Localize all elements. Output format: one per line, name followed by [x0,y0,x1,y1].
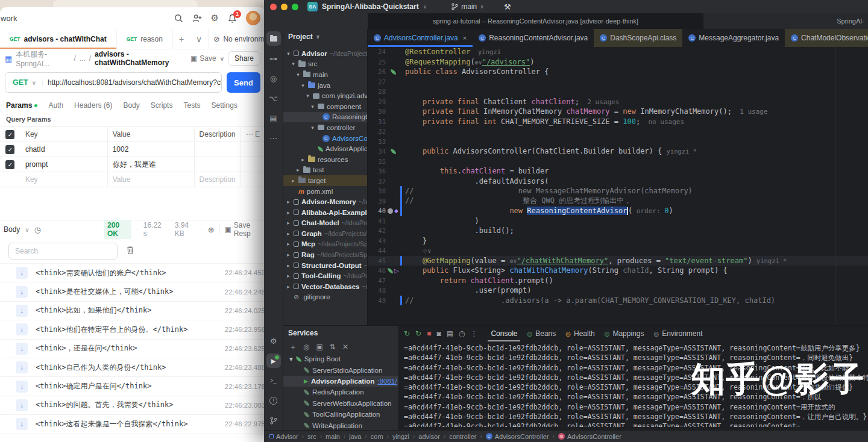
sse-event-row[interactable]: ↓<think>比如，如果他们</think>22:46:24.025 [0,302,265,320]
request-section-tab-body[interactable]: Body [123,101,139,110]
service-item-writeapplication[interactable]: WriteApplication [283,420,398,430]
status-breadcrumb-advisor[interactable]: advisor [418,433,439,440]
status-breadcrumb-advisor[interactable]: Advisor [269,433,298,440]
status-breadcrumb-main[interactable]: main [326,433,340,440]
status-breadcrumb-com[interactable]: com [371,433,383,440]
body-tab[interactable]: Body [4,225,20,234]
console-tab-environment[interactable]: ◎Environment [650,326,705,341]
code-editor[interactable]: 24@RestController yingzi25@RequestMappin… [368,47,868,325]
sse-event-row[interactable]: ↓<think>需要确认他们的账户</think>22:46:24.459 [0,264,265,282]
tree-item-target[interactable]: ▸target [283,175,367,186]
param-value[interactable]: 你好，我是谁 [107,157,194,172]
more-icon[interactable]: ⋮ [470,329,477,338]
sse-event-row[interactable]: ↓<think>，还是在问</think>22:46:23.625 [0,340,265,358]
close-window-button[interactable] [270,4,277,10]
console-tab-mappings[interactable]: ◎Mappings [602,326,647,341]
tree-item-advisor[interactable]: ▾Advisor ~/IdeaProjects/Spri [283,48,367,59]
service-item-advisorapplication[interactable]: ▶AdvisorApplication:8081/ [283,376,398,387]
save-button[interactable]: ▣Save [190,54,216,63]
search-input[interactable] [8,243,118,260]
share-button[interactable]: Share [228,51,260,66]
sse-event-row[interactable]: ↓<think>确定用户是在问</think>22:46:23.178 [0,377,265,396]
tree-item-alibaba-api-example[interactable]: ▸Alibaba-Api-Example ~/Id [283,207,367,218]
save-response-button[interactable]: ▣Save Resp [224,221,262,238]
avatar[interactable] [246,11,260,25]
tree-item-reasoningcontentadvisor[interactable]: CReasoningContentAdvisor [283,112,367,123]
url-input[interactable]: http://localhost:8081/advisors/chatWithC… [43,78,221,87]
view-options-icon[interactable]: ◎ [303,343,309,351]
tree-item-advisor-memory[interactable]: ▸Advisor-Memory ~/IdeaPr [283,196,367,207]
console-tab-console[interactable]: Console [488,326,520,341]
more-tools-icon[interactable]: ⋯ [266,131,281,145]
sse-event-row[interactable]: ↓<think>这看起来像是一个自我探索</think>22:46:22.975 [0,415,265,434]
tree-item-java[interactable]: ▾java [283,80,367,91]
globe-icon[interactable]: ⊕ [208,225,215,234]
status-breadcrumb-controller[interactable]: controller [449,433,476,440]
request-section-tab-scripts[interactable]: Scripts [151,101,173,110]
request-section-tab-settings[interactable]: Settings [211,101,237,110]
more-options-icon[interactable]: ⋯ [246,130,253,139]
search-icon[interactable] [174,14,183,23]
git-icon[interactable] [266,413,281,428]
status-breadcrumb-java[interactable]: java [349,433,361,440]
editor-tab[interactable]: CDashScopeApi.class [594,29,682,47]
services-root-spring-boot[interactable]: ▾Spring Boot [283,353,398,364]
tree-item-rag[interactable]: ▸Rag ~/IdeaProjects/SpringA [283,249,367,260]
param-key[interactable]: chatId [20,142,107,157]
add-service-icon[interactable]: ＋ [289,342,297,352]
status-breadcrumb-advisorscontroller[interactable]: CAdvisorsController [486,433,549,440]
status-breadcrumb-advisorscontroller[interactable]: mAdvisorsController [558,433,621,440]
tree-item-com-yingzi-advisor[interactable]: ▾com.yingzi.advisor [283,90,367,101]
tree-item-main[interactable]: ▾main [283,69,367,80]
editor-tab[interactable]: CChatModelObservationContext.clas [785,29,868,47]
request-section-tab-auth[interactable]: Auth [48,101,63,110]
services-tool-icon[interactable]: ▶ [266,353,281,368]
console-tab-health[interactable]: ◎Health [562,326,597,341]
tree-item-advisorapplication[interactable]: AdvisorApplication [283,143,367,154]
breadcrumb-ellipsis[interactable]: ... [80,54,86,63]
request-file-tab[interactable]: GETreason [117,29,173,49]
param-description-placeholder[interactable]: Description [194,172,241,187]
collapse-all-icon[interactable]: ✕ [342,343,348,351]
send-button[interactable]: Send [227,72,260,93]
open-in-new-icon[interactable]: ▣ [316,343,322,351]
method-chevron-icon[interactable]: ∨ [32,79,43,86]
select-all-checkbox[interactable]: ✓ [5,130,14,139]
project-panel-header[interactable]: Project∨ [283,29,367,45]
request-section-tab-params[interactable]: Params [6,101,37,110]
editor-tab[interactable]: CMessageAggregator.java [682,29,785,47]
service-item-serverwebfluxapplication[interactable]: ServerWebfluxApplication [283,398,398,409]
history-icon[interactable]: ◷ [34,225,41,234]
service-item-redisapplication[interactable]: RedisApplication [283,387,398,397]
pull-requests-icon[interactable]: ⌥ [266,91,281,105]
attach-icon[interactable]: ▤ [447,329,453,338]
editor-tab[interactable]: CAdvisorsController.java× [368,29,473,47]
environment-selector[interactable]: ⊘No environment [208,29,265,49]
expand-all-icon[interactable]: ⇅ [330,343,336,351]
notifications-bell-icon[interactable]: 1 [228,14,237,23]
minimize-window-button[interactable] [281,4,288,10]
tree-item-advisorscontroller[interactable]: CAdvisorsController [283,133,367,144]
param-description[interactable] [194,157,241,172]
tree-item-resources[interactable]: ▸resources [283,154,367,165]
param-value[interactable]: 1002 [107,142,194,157]
row-checkbox[interactable]: ✓ [5,145,14,154]
trash-icon[interactable] [126,246,134,257]
invite-user-icon[interactable] [192,14,202,23]
rerun-icon[interactable]: ↻ [404,329,410,338]
tree-item-vector-databases[interactable]: ▸Vector-Databases ~/IdeaP [283,281,367,292]
tree-item-structured-output[interactable]: ▸Structured-Output ~/Idea [283,260,367,271]
tree-item-component[interactable]: ▾component [283,101,367,112]
tree-item-chat-model[interactable]: ▸Chat-Model ~/IdeaProjects [283,218,367,229]
param-value-placeholder[interactable]: Value [107,172,194,187]
status-breadcrumb-src[interactable]: src [307,433,316,440]
build-icon[interactable]: ⚙ [266,334,281,348]
tree-item-graph[interactable]: ▸Graph ~/IdeaProjects/Sprin [283,228,367,239]
settings-gear-icon[interactable]: ⚙ [211,13,219,23]
param-key-placeholder[interactable]: Key [20,172,107,187]
stop-icon[interactable]: ■ [427,329,431,338]
sse-event-row[interactable]: ↓<think>是在社交媒体上，可能</think>22:46:24.245 [0,282,265,301]
tree-item-tool-calling[interactable]: ▸Tool-Calling ~/IdeaProjects [283,270,367,281]
editor-tab[interactable]: CReasoningContentAdvisor.java [473,29,594,47]
request-section-tab-headers-6-[interactable]: Headers (6) [74,101,112,110]
